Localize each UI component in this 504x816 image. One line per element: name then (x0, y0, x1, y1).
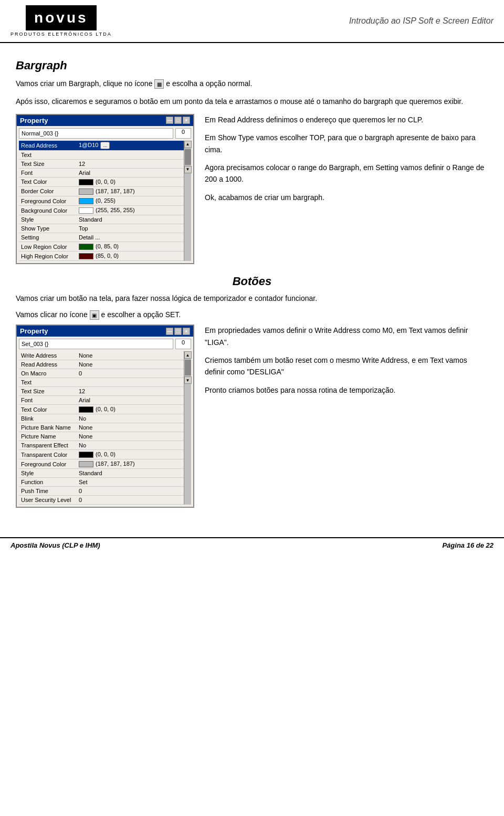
prop-table2-container: Write AddressNoneRead AddressNoneOn Macr… (19, 351, 184, 505)
section2-title: Botões (16, 275, 488, 288)
prop-dropdown-row: Normal_003 {} 0 (19, 128, 191, 139)
bargraph-desc-p2: Em Show Type vamos escolher TOP, para qu… (205, 132, 488, 155)
property-panel-2: Property — □ × Set_003 {} 0 (16, 325, 194, 508)
set-button-icon[interactable]: ▣ (90, 310, 99, 320)
scroll2-down-arrow[interactable]: ▼ (184, 376, 192, 384)
prop-row-label: Push Time (19, 487, 77, 496)
prop-num-box[interactable]: 0 (175, 128, 191, 139)
prop-row-value: Standard (77, 215, 184, 224)
prop-row-label: Write Address (19, 351, 77, 360)
close2-button[interactable]: × (183, 328, 190, 335)
prop-row-value: (0, 255) (77, 196, 184, 205)
prop-row-label: Transparent Color (19, 450, 77, 459)
minimize-button[interactable]: — (166, 117, 173, 124)
prop-row-label: Transparent Effect (19, 441, 77, 450)
prop-row-value (77, 150, 184, 159)
scroll2-up-arrow[interactable]: ▲ (184, 351, 192, 359)
prop-row-value: 1@D10... (77, 141, 184, 151)
footer-right: Página 16 de 22 (442, 541, 494, 549)
property-panel-1: Property — □ × Normal_003 {} 0 (16, 114, 194, 265)
logo-tagline: PRODUTOS ELETRÔNICOS LTDA (10, 32, 112, 37)
bargraph-section-cols: Property — □ × Normal_003 {} 0 (16, 114, 488, 265)
prop-row-value (77, 378, 184, 387)
page-header: novus PRODUTOS ELETRÔNICOS LTDA Introduç… (0, 0, 504, 43)
prop-row-label: Style (19, 215, 77, 224)
prop-row-label: Foreground Color (19, 196, 77, 205)
maximize-button[interactable]: □ (174, 117, 182, 124)
minimize2-button[interactable]: — (166, 328, 173, 335)
prop-num2-box[interactable]: 0 (175, 339, 191, 349)
prop-dropdown-box[interactable]: Normal_003 {} (19, 128, 173, 139)
color-swatch (79, 198, 93, 204)
prop-panel-set: Property — □ × Set_003 {} 0 (16, 325, 194, 508)
botoes-section-cols: Property — □ × Set_003 {} 0 (16, 325, 488, 508)
section2-para2: Vamos clicar no ícone ▣ e escolher a opç… (16, 309, 488, 320)
prop-row-value: 12 (77, 159, 184, 168)
botoes-desc-p1: Em propriedades vamos definir o Write Ad… (205, 325, 488, 348)
prop-row-value: Arial (77, 168, 184, 177)
prop-row-value: None (77, 432, 184, 441)
prop-row-value: (255, 255, 255) (77, 206, 184, 215)
botoes-description: Em propriedades vamos definir o Write Ad… (205, 325, 488, 402)
prop-row-label: Picture Bank Name (19, 423, 77, 432)
window2-buttons: — □ × (166, 328, 190, 335)
botoes-desc-p2: Criemos também um botão reset com o mesm… (205, 354, 488, 378)
prop-row-label: Foreground Color (19, 459, 77, 469)
prop-dropdown2-row: Set_003 {} 0 (19, 339, 191, 349)
prop-row-label: Low Region Color (19, 242, 77, 252)
maximize2-button[interactable]: □ (174, 328, 182, 335)
read-address-browse-button[interactable]: ... (100, 142, 110, 149)
color-swatch (79, 406, 93, 413)
prop-row-label: Text Size (19, 387, 77, 396)
prop-row-value: (85, 0, 0) (77, 252, 184, 261)
color-swatch (79, 179, 93, 185)
prop-row-value: (187, 187, 187) (77, 459, 184, 469)
prop-title2-label: Property (20, 327, 48, 335)
section1-intro: Vamos criar um Bargraph, clique no ícone… (16, 78, 488, 89)
prop-scroll-area: Read Address1@D10...TextText Size12FontA… (19, 141, 191, 261)
close-button[interactable]: × (183, 117, 190, 124)
prop-table-container: Read Address1@D10...TextText Size12FontA… (19, 141, 184, 261)
prop-row-label: Function (19, 478, 77, 487)
prop-dropdown2-box[interactable]: Set_003 {} (19, 339, 173, 349)
prop-row-label: Text Size (19, 159, 77, 168)
section2-para1: Vamos criar um botão na tela, para fazer… (16, 292, 488, 304)
prop-row-value: No (77, 414, 184, 423)
prop-row-label: User Security Level (19, 496, 77, 505)
section1-para1: Após isso, clicaremos e seguramos o botã… (16, 96, 488, 107)
bargraph-icon[interactable]: ▦ (154, 79, 164, 89)
section1-title: Bargraph (16, 59, 488, 72)
prop-row-label: Show Type (19, 224, 77, 233)
prop-row-label: Text (19, 378, 77, 387)
prop-panel-titlebar: Property — □ × (17, 115, 193, 126)
color-swatch (79, 244, 93, 250)
prop-scrollbar2[interactable]: ▲ ▼ (184, 351, 191, 505)
bargraph-desc-p3: Agora precisamos colocar o range do Barg… (205, 162, 488, 185)
prop-row-value: Arial (77, 396, 184, 405)
prop-row-label: High Region Color (19, 252, 77, 261)
prop-body2: Set_003 {} 0 Write AddressNoneRead Addre… (17, 337, 193, 507)
prop-row-label: On Macro (19, 369, 77, 378)
prop-row-label: Border Color (19, 186, 77, 196)
prop-row-value: (0, 0, 0) (77, 450, 184, 459)
prop-table-bargraph: Read Address1@D10...TextText Size12FontA… (19, 141, 184, 261)
prop-scrollbar[interactable]: ▲ ▼ (184, 141, 191, 261)
prop-row-value: 0 (77, 496, 184, 505)
prop-body-bargraph: Normal_003 {} 0 Read Address1@D10...Text… (17, 126, 193, 264)
scroll-up-arrow[interactable]: ▲ (184, 141, 192, 148)
prop-row-label: Font (19, 396, 77, 405)
color-swatch (79, 189, 93, 195)
prop-row-value: (0, 85, 0) (77, 242, 184, 252)
bargraph-desc-p4: Ok, acabamos de criar um bargraph. (205, 192, 488, 203)
botoes-section: Botões Vamos criar um botão na tela, par… (16, 275, 488, 508)
prop-row-value: Set (77, 478, 184, 487)
scroll-thumb[interactable] (185, 149, 191, 165)
scroll-down-arrow[interactable]: ▼ (184, 166, 192, 173)
bargraph-description: Em Read Address definimos o endereço que… (205, 114, 488, 210)
prop-row-label: Style (19, 469, 77, 478)
bargraph-desc-p1: Em Read Address definimos o endereço que… (205, 114, 488, 125)
prop-row-value: No (77, 441, 184, 450)
prop-row-value: None (77, 360, 184, 369)
scroll2-thumb[interactable] (185, 360, 191, 375)
prop-scroll2-area: Write AddressNoneRead AddressNoneOn Macr… (19, 351, 191, 505)
